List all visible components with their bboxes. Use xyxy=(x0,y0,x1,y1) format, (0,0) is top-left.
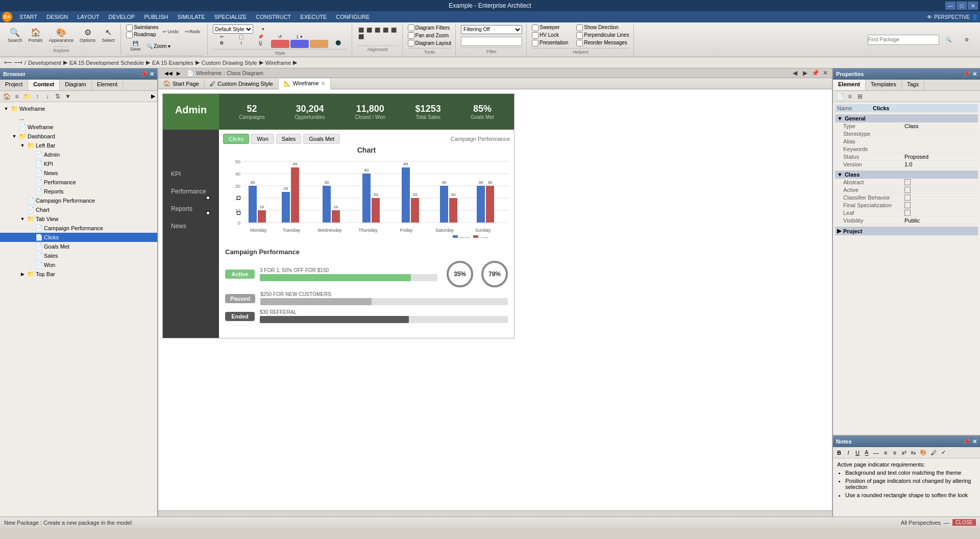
hv-lock-label[interactable]: HV Lock xyxy=(532,32,568,39)
close-status-btn[interactable]: CLOSE xyxy=(952,519,976,526)
status-minus-btn[interactable]: — xyxy=(944,520,949,526)
props-tab-element[interactable]: Element xyxy=(833,80,866,90)
align-right-btn[interactable]: ⬛ xyxy=(374,27,381,33)
align-bottom-btn[interactable]: ⬛ xyxy=(357,34,365,40)
expand-leftbar[interactable]: ▼ xyxy=(18,141,27,150)
portals-button[interactable]: 🏠 Portals xyxy=(26,26,45,44)
h-scrollbar[interactable] xyxy=(158,510,832,517)
reorder-messages-label[interactable]: Reorder Messages xyxy=(576,40,629,46)
nav-performance[interactable]: Performance xyxy=(163,183,219,200)
classifier-checkbox[interactable] xyxy=(904,194,911,201)
maximize-btn[interactable]: □ xyxy=(957,2,967,10)
copy-style-btn[interactable]: 📋 xyxy=(232,34,251,40)
expand-campaign-perf[interactable] xyxy=(18,197,27,205)
diagram-expand-btn[interactable]: ▶ xyxy=(175,69,183,77)
align-middle-btn[interactable]: ⬛ xyxy=(390,27,398,33)
sel-handle-mr[interactable] xyxy=(237,211,240,215)
props-new-btn[interactable]: 📄 xyxy=(835,92,844,101)
tree-kpi[interactable]: 📄 KPI xyxy=(0,159,157,168)
notes-close-btn[interactable]: ✕ xyxy=(972,438,977,445)
abstract-checkbox[interactable] xyxy=(904,179,911,185)
diagram-collapse-btn[interactable]: ◀◀ xyxy=(162,69,175,77)
expand-kpi[interactable] xyxy=(27,160,35,168)
perpendicular-lines-label[interactable]: Perpendicular Lines xyxy=(576,32,629,39)
expand-sales[interactable] xyxy=(27,252,35,260)
tree-wireframe-root[interactable]: ▼ 📁 Wireframe xyxy=(0,104,157,113)
browser-list-btn[interactable]: ≡ xyxy=(12,92,21,101)
expand-wireframe-child[interactable] xyxy=(10,123,18,131)
leaf-checkbox[interactable] xyxy=(904,210,911,216)
props-class-header[interactable]: ▼ Class xyxy=(835,170,978,179)
show-direction-check[interactable] xyxy=(576,24,583,31)
browser-new-pkg-btn[interactable]: 📁 xyxy=(22,92,32,101)
shadow-btn[interactable]: 🌑 xyxy=(329,40,348,48)
props-grid-btn[interactable]: ⊞ xyxy=(855,92,865,101)
notes-list-btn[interactable]: ≡ xyxy=(881,450,890,456)
menu-develop[interactable]: DEVELOP xyxy=(104,13,139,21)
notes-check-btn[interactable]: ✓ xyxy=(939,449,947,456)
tree-dashboard[interactable]: ▼ 📁 Dashboard xyxy=(0,132,157,141)
paste-style-btn[interactable]: 📌 xyxy=(252,34,270,40)
browser-tab-element[interactable]: Element xyxy=(92,80,123,90)
browser-tab-project[interactable]: Project xyxy=(0,80,28,90)
chart-tab-sales[interactable]: Sales xyxy=(276,134,302,144)
notes-italic-btn[interactable]: I xyxy=(844,450,852,456)
diagram-layout-label[interactable]: Diagram Layout xyxy=(408,40,452,46)
perpendicular-check[interactable] xyxy=(576,32,583,39)
props-close-btn[interactable]: ✕ xyxy=(972,71,977,78)
tree-performance[interactable]: 📄 Performance xyxy=(0,178,157,187)
props-project-header[interactable]: ▶ Project xyxy=(835,227,978,235)
expand-clicks[interactable] xyxy=(27,233,35,241)
menu-specialize[interactable]: SPECIALIZE xyxy=(210,13,251,21)
props-tab-templates[interactable]: Templates xyxy=(866,80,902,90)
nav-kpi[interactable]: KPI xyxy=(163,165,219,183)
tree-clicks[interactable]: 📄 Clicks xyxy=(0,233,157,242)
filter-input[interactable] xyxy=(461,37,522,46)
expand-chart[interactable] xyxy=(18,206,27,214)
path-examples[interactable]: EA 15 Examples xyxy=(152,60,193,66)
nav-reports[interactable]: Reports xyxy=(163,200,219,217)
active-checkbox[interactable] xyxy=(904,187,911,193)
tree-tab-view[interactable]: ▼ 📁 Tab View xyxy=(0,214,157,224)
tree-chart[interactable]: 📄 Chart xyxy=(0,205,157,214)
tree-admin[interactable]: 📄 Admin xyxy=(0,150,157,159)
browser-sort-btn[interactable]: ⇅ xyxy=(53,92,62,101)
tab-close-icon[interactable]: ✕ xyxy=(321,81,325,86)
font-color-btn[interactable] xyxy=(271,40,289,48)
align-top-btn[interactable]: ⬛ xyxy=(382,27,389,33)
appearance-button[interactable]: 🎨 Appearance xyxy=(46,26,77,44)
line-color-btn[interactable] xyxy=(310,40,328,48)
sweeper-check[interactable] xyxy=(532,24,538,31)
chart-tab-clicks[interactable]: Clicks xyxy=(223,134,249,144)
props-pin-btn[interactable]: 📌 xyxy=(963,71,970,78)
browser-tab-context[interactable]: Context xyxy=(28,80,60,90)
tree-news[interactable]: 📄 News xyxy=(0,168,157,178)
diagram-nav-left-btn[interactable]: ◀ xyxy=(790,68,799,78)
menu-layout[interactable]: LAYOUT xyxy=(73,13,103,21)
expand-tab-view[interactable]: ▼ xyxy=(18,215,27,223)
close-btn[interactable]: ✕ xyxy=(968,2,978,10)
sel-handle-tm[interactable] xyxy=(237,196,240,200)
pan-zoom-check[interactable] xyxy=(408,32,414,39)
path-schedule[interactable]: EA 15 Development Schedule xyxy=(69,60,144,66)
path-wireframe[interactable]: Wireframe xyxy=(265,60,291,66)
diagram-nav-right-btn[interactable]: ▶ xyxy=(800,68,810,78)
presentation-label[interactable]: Presentation xyxy=(532,40,568,46)
notes-subscript-btn[interactable]: x₂ xyxy=(909,449,917,456)
tree-sales[interactable]: 📄 Sales xyxy=(0,251,157,260)
italic-btn[interactable]: I xyxy=(232,40,251,48)
tree-leftbar[interactable]: ▼ 📁 Left Bar xyxy=(0,141,157,150)
tree-won[interactable]: 📄 Won xyxy=(0,260,157,270)
presentation-check[interactable] xyxy=(532,40,538,46)
expand-dashboard[interactable]: ▼ xyxy=(10,132,18,140)
browser-tab-diagram[interactable]: Diagram xyxy=(60,80,92,90)
tree-dots[interactable]: ... xyxy=(0,113,157,122)
expand-wireframe[interactable]: ▼ xyxy=(2,105,10,113)
reorder-messages-check[interactable] xyxy=(576,40,583,46)
show-direction-label[interactable]: Show Direction xyxy=(576,24,629,31)
find-package-btn[interactable]: 🔍 xyxy=(939,37,958,43)
redo-button[interactable]: ↪ Redo xyxy=(182,28,203,36)
menu-execute[interactable]: EXECUTE xyxy=(296,13,331,21)
underline-btn[interactable]: U̲ xyxy=(252,40,270,48)
menu-publish[interactable]: PUBLISH xyxy=(140,13,172,21)
